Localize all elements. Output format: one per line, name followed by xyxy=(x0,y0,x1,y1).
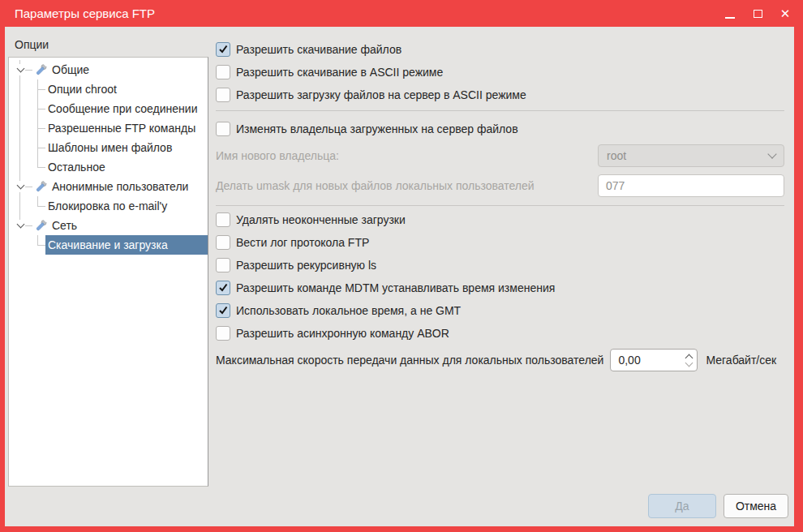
checkbox-group-download: Разрешить скачивание файловРазрешить ска… xyxy=(216,42,784,102)
chevron-down-icon[interactable] xyxy=(15,220,25,231)
title-bar: Параметры сервиса FTP ✕ xyxy=(0,0,803,27)
checkbox-row[interactable]: Разрешить скачивание в ASCII режиме xyxy=(216,65,784,79)
checkbox-row[interactable]: Разрешить рекурсивную ls xyxy=(216,258,784,272)
tree-item-label: Блокировка по e-mail'у xyxy=(45,196,208,216)
tree-item[interactable]: Шаблоны имен файлов xyxy=(9,138,208,157)
checkbox-row[interactable]: Использовать локальное время, а не GMT xyxy=(216,303,784,318)
tree-item[interactable]: Сообщение при соединении xyxy=(9,99,208,118)
checkbox-label: Разрешить рекурсивную ls xyxy=(236,259,376,272)
tree-item[interactable]: Блокировка по e-mail'у xyxy=(9,196,208,216)
tree-children: Опции chrootСообщение при соединенииРазр… xyxy=(9,79,208,177)
checkbox-label: Удалять неоконченные загрузки xyxy=(236,213,406,226)
tree-group-label: Общие xyxy=(52,60,89,79)
tree-item-label: Разрешенные FTP команды xyxy=(45,118,208,138)
dialog-content: Опции ОбщиеОпции chrootСообщение при сое… xyxy=(5,27,794,526)
chevron-glyph xyxy=(16,182,24,190)
tree-group: СетьСкачивание и загрузка xyxy=(9,216,208,255)
tree-item-label: Шаблоны имен файлов xyxy=(45,138,208,157)
owner-name-label: Имя нового владельца: xyxy=(216,149,598,162)
tree-item[interactable]: Опции chroot xyxy=(9,79,208,99)
checkbox-label: Разрешить скачивание в ASCII режиме xyxy=(236,66,443,79)
cancel-button[interactable]: Отмена xyxy=(724,494,788,518)
checkbox-label: Разрешить скачивание файлов xyxy=(236,43,402,56)
owner-name-row: Имя нового владельца: root xyxy=(216,144,784,167)
checkbox-label: Разрешить загрузку файлов на сервер в AS… xyxy=(236,88,526,101)
separator xyxy=(216,110,784,111)
chevron-down-icon[interactable] xyxy=(15,181,25,192)
checkbox[interactable] xyxy=(216,212,230,227)
checkbox[interactable] xyxy=(216,326,230,341)
window-title: Параметры сервиса FTP xyxy=(0,6,155,20)
tree-item-label: Остальное xyxy=(45,157,208,177)
checkbox[interactable] xyxy=(216,303,230,318)
checkbox[interactable] xyxy=(216,258,230,272)
checkbox[interactable] xyxy=(216,42,230,57)
ok-button[interactable]: Да xyxy=(648,494,716,518)
umask-label: Делать umask для новых файлов локальных … xyxy=(216,179,598,192)
chevron-down-icon[interactable] xyxy=(15,64,25,75)
separator xyxy=(216,205,784,206)
window-controls: ✕ xyxy=(722,0,793,27)
owner-name-value: root xyxy=(607,149,769,162)
tree-group-label: Анонимные пользователи xyxy=(52,177,188,196)
umask-value: 077 xyxy=(606,179,625,192)
checkbox-label: Изменять владельца загруженных на сервер… xyxy=(236,122,518,135)
tree-item-label: Скачивание и загрузка xyxy=(45,235,208,255)
umask-row: Делать umask для новых файлов локальных … xyxy=(216,174,784,197)
maximize-icon xyxy=(754,10,762,18)
chevron-down-icon xyxy=(767,149,776,158)
max-speed-unit: Мегабайт/сек xyxy=(706,354,776,367)
tree-connector xyxy=(25,70,32,71)
owner-name-combobox[interactable]: root xyxy=(598,144,784,167)
checkbox-label: Использовать локальное время, а не GMT xyxy=(236,304,461,317)
checkbox-row[interactable]: Вести лог протокола FTP xyxy=(216,235,784,250)
checkbox[interactable] xyxy=(216,281,230,295)
tree-item-label: Опции chroot xyxy=(45,79,208,99)
checkbox-row[interactable]: Разрешить скачивание файлов xyxy=(216,42,784,57)
minimize-icon xyxy=(725,17,735,19)
checkbox[interactable] xyxy=(216,122,230,136)
checkbox-label: Вести лог протокола FTP xyxy=(236,236,369,249)
max-speed-value: 0,00 xyxy=(618,354,686,367)
checkbox[interactable] xyxy=(216,65,230,79)
wrench-icon xyxy=(35,219,48,232)
tree-item[interactable]: Разрешенные FTP команды xyxy=(9,118,208,138)
tree-item[interactable]: Скачивание и загрузка xyxy=(9,235,208,255)
tree-connector xyxy=(25,187,32,187)
umask-input[interactable]: 077 xyxy=(598,174,784,197)
tree-connector xyxy=(25,225,32,226)
checkbox-row[interactable]: Разрешить загрузку файлов на сервер в AS… xyxy=(216,88,784,102)
tree-group-row[interactable]: Анонимные пользователи xyxy=(9,177,208,196)
checkbox-row[interactable]: Разрешить команде MDTM устанавливать вре… xyxy=(216,281,784,295)
minimize-button[interactable] xyxy=(722,6,738,22)
close-icon: ✕ xyxy=(780,7,791,19)
tree-group-row[interactable]: Общие xyxy=(9,60,208,79)
checkbox-group-owner: Изменять владельца загруженных на сервер… xyxy=(216,122,784,136)
spinner-arrows xyxy=(686,355,692,366)
wrench-icon xyxy=(35,180,48,193)
sidebar-header: Опции xyxy=(15,38,49,51)
tree-group-label: Сеть xyxy=(52,216,77,235)
checkbox[interactable] xyxy=(216,88,230,102)
tree-children: Блокировка по e-mail'у xyxy=(9,196,208,216)
checkbox-row[interactable]: Изменять владельца загруженных на сервер… xyxy=(216,122,784,136)
max-speed-label: Максимальная скорость передачи данных дл… xyxy=(216,354,603,367)
chevron-glyph xyxy=(16,65,24,73)
settings-panel: Разрешить скачивание файловРазрешить ска… xyxy=(216,27,784,371)
tree-group: ОбщиеОпции chrootСообщение при соединени… xyxy=(9,60,208,177)
tree-item-label: Сообщение при соединении xyxy=(45,99,208,118)
options-tree: ОбщиеОпции chrootСообщение при соединени… xyxy=(8,57,208,487)
tree-children: Скачивание и загрузка xyxy=(9,235,208,255)
checkbox-label: Разрешить команде MDTM устанавливать вре… xyxy=(236,281,555,294)
checkbox-row[interactable]: Удалять неоконченные загрузки xyxy=(216,212,784,227)
max-speed-spinner[interactable]: 0,00 xyxy=(610,349,698,371)
tree-group-row[interactable]: Сеть xyxy=(9,216,208,235)
close-button[interactable]: ✕ xyxy=(777,6,793,22)
chevron-glyph xyxy=(16,221,24,229)
checkbox[interactable] xyxy=(216,235,230,250)
maximize-button[interactable] xyxy=(749,6,766,22)
checkbox-label: Разрешить асинхронную команду ABOR xyxy=(236,327,449,340)
tree-item[interactable]: Остальное xyxy=(9,157,208,177)
ftp-settings-dialog: Параметры сервиса FTP ✕ Опции ОбщиеОпции… xyxy=(0,0,803,532)
checkbox-row[interactable]: Разрешить асинхронную команду ABOR xyxy=(216,326,784,341)
